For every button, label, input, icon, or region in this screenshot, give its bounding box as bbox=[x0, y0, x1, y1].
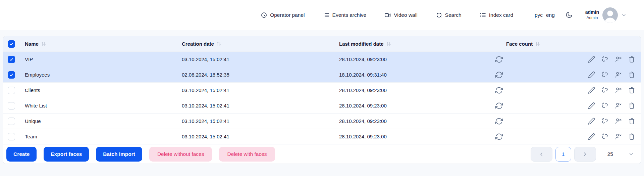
table-row[interactable]: Clients 03.10.2024, 15:02:41 28.10.2024,… bbox=[3, 82, 641, 98]
edit-pencil-icon bbox=[588, 102, 595, 109]
nav-item-label: Events archive bbox=[332, 12, 367, 18]
current-page-button[interactable]: 1 bbox=[555, 147, 571, 162]
remove-user-faces-button[interactable] bbox=[614, 55, 622, 63]
main-nav: Operator panel Events archive Video wall… bbox=[261, 12, 513, 18]
trash-icon bbox=[628, 133, 636, 140]
user-menu[interactable]: admin Admin bbox=[585, 7, 627, 23]
select-all-checkbox[interactable] bbox=[8, 40, 15, 48]
remove-user-icon bbox=[614, 71, 622, 79]
remove-user-icon bbox=[614, 55, 622, 63]
delete-button[interactable] bbox=[628, 55, 636, 63]
edit-button[interactable] bbox=[588, 117, 595, 125]
previous-page-button[interactable] bbox=[531, 147, 552, 162]
trash-icon bbox=[628, 71, 636, 79]
lang-rus-button[interactable]: рус bbox=[535, 12, 543, 18]
batch-import-button[interactable]: Batch import bbox=[96, 147, 142, 162]
sort-icon[interactable] bbox=[216, 41, 222, 47]
table-row[interactable]: Unique 03.10.2024, 15:02:41 28.10.2024, … bbox=[3, 113, 641, 129]
next-page-button[interactable] bbox=[574, 147, 596, 162]
sort-icon[interactable] bbox=[41, 41, 46, 47]
refresh-face-count-button[interactable] bbox=[495, 55, 503, 63]
trash-icon bbox=[628, 86, 636, 94]
nav-item-index-card[interactable]: Index card bbox=[480, 12, 513, 18]
list-name: VIP bbox=[25, 56, 33, 62]
nav-item-label: Search bbox=[445, 12, 462, 18]
avatar bbox=[602, 7, 618, 23]
chevron-left-icon bbox=[538, 151, 544, 157]
unlink-icon bbox=[601, 117, 609, 125]
language-switcher: рус eng bbox=[535, 12, 555, 18]
creation-date: 03.10.2024, 15:02:41 bbox=[182, 87, 229, 93]
delete-without-faces-button[interactable]: Delete without faces bbox=[149, 147, 212, 162]
table-row[interactable]: White List 03.10.2024, 15:02:41 28.10.20… bbox=[3, 98, 641, 113]
unlink-button[interactable] bbox=[601, 117, 609, 125]
remove-user-faces-button[interactable] bbox=[614, 86, 622, 94]
unlink-icon bbox=[601, 71, 609, 79]
table-row[interactable]: Employees 02.08.2024, 18:52:35 18.10.202… bbox=[3, 67, 641, 82]
row-checkbox[interactable] bbox=[8, 118, 15, 125]
edit-pencil-icon bbox=[588, 55, 595, 63]
unlink-button[interactable] bbox=[601, 55, 609, 63]
row-checkbox[interactable] bbox=[8, 56, 15, 63]
refresh-face-count-button[interactable] bbox=[495, 86, 503, 94]
video-camera-icon bbox=[384, 12, 391, 18]
clock-icon bbox=[261, 12, 267, 18]
remove-user-faces-button[interactable] bbox=[614, 117, 622, 125]
unlink-icon bbox=[601, 86, 609, 94]
row-checkbox[interactable] bbox=[8, 87, 15, 94]
last-modified-date: 28.10.2024, 09:23:00 bbox=[339, 103, 387, 108]
remove-user-faces-button[interactable] bbox=[614, 133, 622, 140]
list-name: Unique bbox=[25, 118, 41, 124]
nav-item-label: Index card bbox=[489, 12, 513, 18]
last-modified-date: 28.10.2024, 09:23:00 bbox=[339, 87, 387, 93]
lang-eng-button[interactable]: eng bbox=[546, 12, 555, 18]
trash-icon bbox=[628, 117, 636, 125]
face-lists-table: Name Creation date Last modified date Fa… bbox=[3, 36, 641, 164]
delete-button[interactable] bbox=[628, 133, 636, 140]
nav-item-search[interactable]: Search bbox=[436, 12, 462, 18]
sort-icon[interactable] bbox=[386, 41, 391, 47]
table-row[interactable]: VIP 03.10.2024, 15:02:41 28.10.2024, 09:… bbox=[3, 51, 641, 67]
edit-button[interactable] bbox=[588, 86, 595, 94]
unlink-button[interactable] bbox=[601, 133, 609, 140]
remove-user-faces-button[interactable] bbox=[614, 71, 622, 79]
refresh-icon bbox=[495, 133, 503, 141]
refresh-face-count-button[interactable] bbox=[495, 117, 503, 125]
nav-item-operator-panel[interactable]: Operator panel bbox=[261, 12, 305, 18]
column-header-last-modified: Last modified date bbox=[339, 41, 384, 47]
delete-button[interactable] bbox=[628, 117, 636, 125]
create-button[interactable]: Create bbox=[6, 147, 37, 162]
row-checkbox[interactable] bbox=[8, 71, 15, 79]
theme-toggle-button[interactable] bbox=[565, 11, 573, 19]
unlink-button[interactable] bbox=[601, 71, 609, 79]
export-faces-button[interactable]: Export faces bbox=[44, 147, 89, 162]
table-row[interactable]: Team 03.10.2024, 15:02:41 28.10.2024, 09… bbox=[3, 129, 641, 144]
nav-item-video-wall[interactable]: Video wall bbox=[384, 12, 417, 18]
unlink-icon bbox=[601, 55, 609, 63]
crosshair-icon bbox=[436, 12, 442, 18]
sort-icon[interactable] bbox=[535, 41, 540, 47]
table-footer: Create Export faces Batch import Delete … bbox=[3, 144, 641, 164]
refresh-face-count-button[interactable] bbox=[495, 133, 503, 141]
refresh-face-count-button[interactable] bbox=[495, 102, 503, 110]
edit-button[interactable] bbox=[588, 102, 595, 109]
pagination: 1 25 bbox=[531, 147, 634, 162]
page-size-select[interactable]: 25 bbox=[607, 151, 634, 157]
unlink-button[interactable] bbox=[601, 86, 609, 94]
nav-item-events-archive[interactable]: Events archive bbox=[323, 12, 367, 18]
edit-button[interactable] bbox=[588, 71, 595, 79]
edit-button[interactable] bbox=[588, 133, 595, 140]
delete-button[interactable] bbox=[628, 71, 636, 79]
column-header-face-count: Face count bbox=[506, 41, 533, 47]
remove-user-faces-button[interactable] bbox=[614, 102, 622, 109]
delete-with-faces-button[interactable]: Delete with faces bbox=[219, 147, 275, 162]
column-header-name: Name bbox=[25, 41, 39, 47]
refresh-face-count-button[interactable] bbox=[495, 71, 503, 79]
delete-button[interactable] bbox=[628, 102, 636, 109]
edit-button[interactable] bbox=[588, 55, 595, 63]
unlink-button[interactable] bbox=[601, 102, 609, 109]
row-checkbox[interactable] bbox=[8, 133, 15, 140]
unlink-icon bbox=[601, 133, 609, 140]
row-checkbox[interactable] bbox=[8, 102, 15, 109]
delete-button[interactable] bbox=[628, 86, 636, 94]
